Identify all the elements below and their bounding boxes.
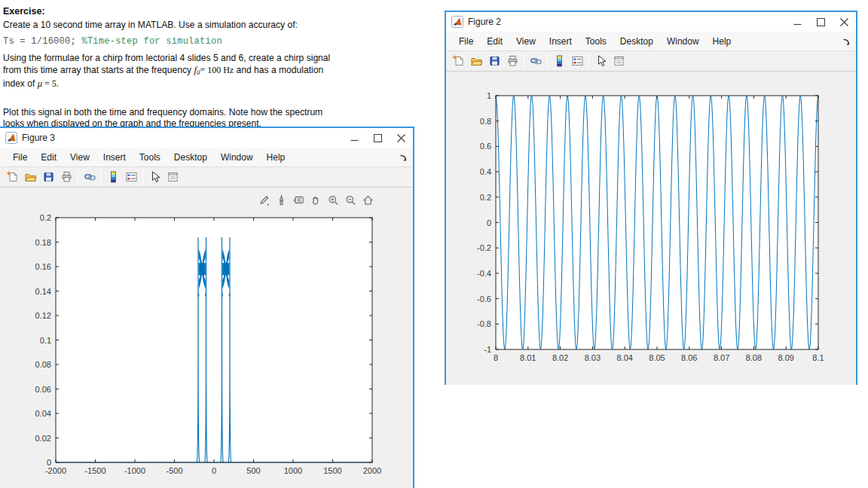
y-tick-label: -1 — [484, 345, 491, 354]
exercise-heading: Exercise: — [3, 6, 341, 17]
print-figure-icon[interactable] — [57, 169, 75, 186]
new-figure-icon[interactable] — [3, 169, 21, 186]
x-tick-label: 8.03 — [585, 353, 601, 362]
x-tick-label: 8.05 — [649, 353, 665, 362]
pan-icon[interactable] — [308, 194, 323, 207]
menu-tools[interactable]: Tools — [579, 33, 613, 50]
maximize-button[interactable] — [809, 12, 833, 32]
y-tick-label: -0.2 — [477, 243, 491, 252]
figure2-toolbar — [446, 51, 856, 72]
y-tick-label: 0.08 — [35, 360, 51, 369]
spectrum-ripple-stub — [205, 294, 206, 297]
menu-edit[interactable]: Edit — [34, 149, 63, 166]
menu-help[interactable]: Help — [260, 149, 292, 166]
menu-tools[interactable]: Tools — [133, 149, 167, 166]
menu-edit[interactable]: Edit — [480, 33, 509, 50]
figure2-titlebar[interactable]: Figure 2 — [446, 12, 856, 32]
minimize-button[interactable] — [786, 12, 809, 32]
x-tick-label: 8.1 — [812, 353, 824, 362]
x-tick-label: -1500 — [84, 466, 105, 475]
x-tick-label: 8 — [494, 353, 498, 362]
x-tick-label: -2000 — [45, 466, 66, 475]
x-tick-label: 8.04 — [616, 353, 632, 362]
save-figure-icon[interactable] — [39, 169, 57, 186]
zoom-out-icon[interactable] — [343, 194, 358, 207]
figure3-titlebar[interactable]: Figure 3 — [0, 128, 413, 148]
toolbar-separator — [142, 170, 143, 185]
matlab-figure-icon — [451, 16, 463, 28]
edit-plot-icon[interactable] — [591, 53, 610, 70]
menu-insert[interactable]: Insert — [96, 149, 133, 166]
maximize-button[interactable] — [366, 128, 390, 148]
close-button[interactable] — [390, 128, 413, 148]
x-tick-label: 8.08 — [746, 353, 762, 362]
x-tick-label: 8.06 — [681, 353, 697, 362]
menu-view[interactable]: View — [63, 149, 96, 166]
dock-figure-icon[interactable] — [842, 36, 851, 45]
menu-view[interactable]: View — [509, 33, 542, 50]
plot-area — [56, 218, 372, 462]
x-tick-label: 8.09 — [778, 353, 793, 362]
spectrum-ripple-stub — [229, 294, 231, 297]
y-tick-label: 1 — [487, 91, 491, 100]
figure2-window: Figure 2 FileEditViewInsertToolsDesktopW… — [445, 11, 857, 385]
figure3-canvas: -2000-1500-1000-50005001000150020000.20.… — [0, 188, 413, 488]
y-tick-label: 0.04 — [35, 409, 51, 418]
x-tick-label: -500 — [166, 466, 182, 475]
open-file-icon[interactable] — [21, 169, 39, 186]
minimize-button[interactable] — [343, 128, 366, 148]
menu-window[interactable]: Window — [214, 149, 260, 166]
spectrum-chart: -2000-1500-1000-50005001000150020000.20.… — [0, 188, 411, 488]
link-plot-icon[interactable] — [81, 169, 99, 186]
menu-insert[interactable]: Insert — [542, 33, 579, 50]
y-tick-label: 0.6 — [480, 142, 491, 151]
menu-window[interactable]: Window — [660, 33, 706, 50]
figure3-menubar: FileEditViewInsertToolsDesktopWindowHelp — [0, 148, 413, 167]
y-tick-label: -0.8 — [477, 319, 491, 328]
property-inspector-icon[interactable] — [164, 169, 182, 186]
toolbar-separator — [524, 54, 524, 69]
dock-figure-icon[interactable] — [399, 152, 408, 161]
window-title: Figure 3 — [22, 133, 343, 143]
y-tick-label: 0.1 — [40, 336, 51, 345]
x-tick-label: 2000 — [363, 466, 381, 475]
time-domain-chart: 88.018.028.038.048.058.068.078.088.098.1… — [446, 72, 856, 383]
math-mu-value: = 5. — [42, 78, 59, 89]
insert-legend-icon[interactable] — [122, 169, 140, 186]
zoom-in-icon[interactable] — [326, 194, 341, 207]
figure2-menubar: FileEditViewInsertToolsDesktopWindowHelp — [446, 32, 856, 51]
y-tick-label: 0.2 — [480, 193, 491, 202]
plot-area — [496, 96, 818, 349]
insert-colorbar-icon[interactable] — [550, 53, 568, 70]
open-file-icon[interactable] — [467, 53, 485, 70]
datatips-icon[interactable] — [291, 194, 306, 207]
x-tick-label: 0 — [212, 466, 216, 475]
close-button[interactable] — [833, 12, 856, 32]
home-icon[interactable] — [360, 194, 375, 207]
menu-desktop[interactable]: Desktop — [167, 149, 214, 166]
new-figure-icon[interactable] — [449, 53, 467, 70]
brush-icon[interactable] — [274, 194, 289, 207]
y-tick-label: 0.4 — [480, 167, 491, 176]
save-figure-icon[interactable] — [485, 53, 503, 70]
menu-help[interactable]: Help — [706, 33, 738, 50]
desktop: Exercise: Create a 10 second time array … — [0, 0, 868, 488]
y-tick-label: -0.4 — [477, 269, 491, 278]
menu-file[interactable]: File — [452, 33, 480, 50]
menu-file[interactable]: File — [6, 149, 34, 166]
y-tick-label: 0.14 — [35, 287, 51, 296]
edit-plot-icon[interactable] — [145, 169, 164, 186]
export-icon[interactable] — [256, 194, 271, 207]
insert-colorbar-icon[interactable] — [104, 169, 122, 186]
link-plot-icon[interactable] — [527, 53, 545, 70]
insert-legend-icon[interactable] — [568, 53, 586, 70]
menu-desktop[interactable]: Desktop — [613, 33, 660, 50]
print-figure-icon[interactable] — [503, 53, 521, 70]
x-tick-label: 1500 — [323, 466, 341, 475]
property-inspector-icon[interactable] — [610, 53, 628, 70]
exercise-code-line: Ts = 1/16000; %Time-step for simulation — [3, 36, 341, 48]
y-tick-label: 0 — [487, 218, 491, 227]
x-tick-label: 8.07 — [714, 353, 729, 362]
y-tick-label: 0.06 — [35, 385, 51, 394]
y-tick-label: 0.2 — [40, 213, 51, 222]
